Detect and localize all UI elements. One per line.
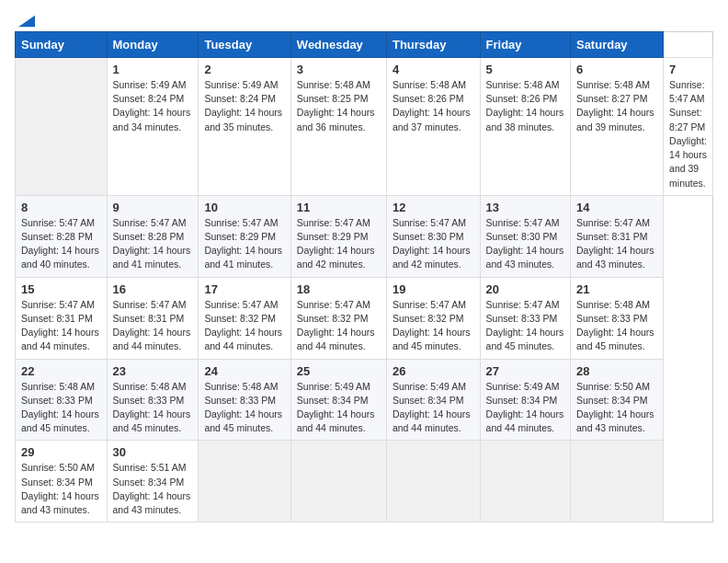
sunrise: Sunrise: 5:48 AM <box>486 79 560 90</box>
day-number: 3 <box>297 63 381 76</box>
sunrise: Sunrise: 5:47 AM <box>576 217 650 228</box>
cell-info: Sunrise: 5:47 AMSunset: 8:29 PMDaylight:… <box>297 216 381 272</box>
daylight: Daylight: 14 hours and 44 minutes. <box>204 327 282 351</box>
cell-info: Sunrise: 5:48 AMSunset: 8:33 PMDaylight:… <box>576 298 657 354</box>
daylight: Daylight: 14 hours and 43 minutes. <box>576 408 654 433</box>
calendar-cell: 16Sunrise: 5:47 AMSunset: 8:31 PMDayligh… <box>107 277 199 359</box>
calendar-cell: 2Sunrise: 5:49 AMSunset: 8:24 PMDaylight… <box>199 58 290 196</box>
calendar-cell: 29Sunrise: 5:50 AMSunset: 8:34 PMDayligh… <box>16 441 108 523</box>
daylight: Daylight: 14 hours and 45 minutes. <box>486 327 564 351</box>
calendar-cell: 12Sunrise: 5:47 AMSunset: 8:30 PMDayligh… <box>386 195 480 277</box>
svg-marker-0 <box>18 16 35 28</box>
cell-info: Sunrise: 5:47 AMSunset: 8:30 PMDaylight:… <box>486 216 564 272</box>
sunset: Sunset: 8:24 PM <box>204 93 276 104</box>
cell-info: Sunrise: 5:49 AMSunset: 8:34 PMDaylight:… <box>297 380 381 436</box>
sunrise: Sunrise: 5:47 AM <box>113 217 187 228</box>
calendar-header-wednesday: Wednesday <box>290 32 386 58</box>
day-number: 25 <box>297 364 381 378</box>
calendar-cell: 19Sunrise: 5:47 AMSunset: 8:32 PMDayligh… <box>386 277 480 359</box>
day-number: 10 <box>204 201 284 214</box>
daylight: Daylight: 14 hours and 43 minutes. <box>486 245 564 270</box>
logo <box>15 15 35 24</box>
day-number: 29 <box>21 445 101 459</box>
cell-info: Sunrise: 5:48 AMSunset: 8:27 PMDaylight:… <box>576 78 657 134</box>
cell-info: Sunrise: 5:48 AMSunset: 8:26 PMDaylight:… <box>486 78 564 134</box>
sunrise: Sunrise: 5:47 AM <box>669 79 705 104</box>
daylight: Daylight: 14 hours and 42 minutes. <box>297 245 375 270</box>
sunrise: Sunrise: 5:49 AM <box>204 79 278 90</box>
calendar-cell: 17Sunrise: 5:47 AMSunset: 8:32 PMDayligh… <box>199 277 290 359</box>
daylight: Daylight: 14 hours and 44 minutes. <box>392 408 471 433</box>
sunrise: Sunrise: 5:48 AM <box>576 299 650 310</box>
daylight: Daylight: 14 hours and 44 minutes. <box>21 327 99 351</box>
sunset: Sunset: 8:34 PM <box>576 395 648 406</box>
sunset: Sunset: 8:28 PM <box>21 231 93 242</box>
calendar-body: 1Sunrise: 5:49 AMSunset: 8:24 PMDaylight… <box>16 58 713 523</box>
calendar-cell: 1Sunrise: 5:49 AMSunset: 8:24 PMDaylight… <box>107 58 199 196</box>
day-number: 22 <box>21 364 101 378</box>
calendar-cell: 13Sunrise: 5:47 AMSunset: 8:30 PMDayligh… <box>480 195 570 277</box>
sunrise: Sunrise: 5:47 AM <box>392 217 466 228</box>
cell-info: Sunrise: 5:47 AMSunset: 8:31 PMDaylight:… <box>21 298 101 354</box>
sunset: Sunset: 8:31 PM <box>576 231 648 242</box>
day-number: 2 <box>204 63 284 76</box>
cell-info: Sunrise: 5:47 AMSunset: 8:33 PMDaylight:… <box>486 298 564 354</box>
calendar-cell <box>290 441 386 523</box>
cell-info: Sunrise: 5:48 AMSunset: 8:26 PMDaylight:… <box>392 78 474 134</box>
sunset: Sunset: 8:27 PM <box>576 93 648 104</box>
day-number: 28 <box>576 364 657 378</box>
cell-info: Sunrise: 5:47 AMSunset: 8:28 PMDaylight:… <box>21 216 101 272</box>
calendar-cell <box>199 441 290 523</box>
daylight: Daylight: 14 hours and 44 minutes. <box>297 327 375 351</box>
daylight: Daylight: 14 hours and 45 minutes. <box>392 327 471 351</box>
day-number: 7 <box>669 63 707 76</box>
calendar-cell: 9Sunrise: 5:47 AMSunset: 8:28 PMDaylight… <box>107 195 199 277</box>
sunset: Sunset: 8:34 PM <box>486 395 558 406</box>
daylight: Daylight: 14 hours and 38 minutes. <box>486 107 564 132</box>
sunset: Sunset: 8:27 PM <box>669 107 705 132</box>
sunrise: Sunrise: 5:49 AM <box>297 381 370 392</box>
sunset: Sunset: 8:34 PM <box>21 477 93 488</box>
calendar-cell: 23Sunrise: 5:48 AMSunset: 8:33 PMDayligh… <box>107 359 199 441</box>
calendar-week-row: 29Sunrise: 5:50 AMSunset: 8:34 PMDayligh… <box>16 441 713 523</box>
daylight: Daylight: 14 hours and 45 minutes. <box>576 327 654 351</box>
cell-info: Sunrise: 5:48 AMSunset: 8:33 PMDaylight:… <box>113 380 193 436</box>
daylight: Daylight: 14 hours and 45 minutes. <box>113 408 191 433</box>
day-number: 4 <box>392 63 474 76</box>
sunset: Sunset: 8:26 PM <box>392 93 464 104</box>
day-number: 5 <box>486 63 564 76</box>
calendar-cell: 24Sunrise: 5:48 AMSunset: 8:33 PMDayligh… <box>199 359 290 441</box>
sunset: Sunset: 8:28 PM <box>113 231 185 242</box>
cell-info: Sunrise: 5:47 AMSunset: 8:31 PMDaylight:… <box>576 216 657 272</box>
day-number: 18 <box>297 282 381 296</box>
sunrise: Sunrise: 5:49 AM <box>113 79 187 90</box>
calendar-cell: 26Sunrise: 5:49 AMSunset: 8:34 PMDayligh… <box>386 359 480 441</box>
daylight: Daylight: 14 hours and 40 minutes. <box>21 245 99 270</box>
sunrise: Sunrise: 5:50 AM <box>576 381 650 392</box>
day-number: 17 <box>204 282 284 296</box>
calendar-header-sunday: Sunday <box>16 32 108 58</box>
day-number: 30 <box>113 445 193 459</box>
calendar-header-friday: Friday <box>480 32 570 58</box>
daylight: Daylight: 14 hours and 44 minutes. <box>297 408 375 433</box>
day-number: 8 <box>21 201 101 214</box>
sunset: Sunset: 8:33 PM <box>486 313 558 324</box>
sunset: Sunset: 8:26 PM <box>486 93 558 104</box>
logo-icon <box>18 15 35 28</box>
calendar-cell <box>570 441 663 523</box>
calendar-cell: 7Sunrise: 5:47 AMSunset: 8:27 PMDaylight… <box>664 58 713 196</box>
calendar-header-row: SundayMondayTuesdayWednesdayThursdayFrid… <box>16 32 713 58</box>
calendar-cell: 3Sunrise: 5:48 AMSunset: 8:25 PMDaylight… <box>290 58 386 196</box>
day-number: 26 <box>392 364 474 378</box>
sunrise: Sunrise: 5:50 AM <box>21 462 95 473</box>
day-number: 9 <box>113 201 193 214</box>
cell-info: Sunrise: 5:47 AMSunset: 8:31 PMDaylight:… <box>113 298 193 354</box>
sunset: Sunset: 8:25 PM <box>297 93 369 104</box>
calendar-cell: 15Sunrise: 5:47 AMSunset: 8:31 PMDayligh… <box>16 277 108 359</box>
calendar-cell: 11Sunrise: 5:47 AMSunset: 8:29 PMDayligh… <box>290 195 386 277</box>
sunset: Sunset: 8:24 PM <box>113 93 185 104</box>
sunrise: Sunrise: 5:49 AM <box>392 381 466 392</box>
sunrise: Sunrise: 5:48 AM <box>204 381 278 392</box>
cell-info: Sunrise: 5:49 AMSunset: 8:34 PMDaylight:… <box>486 380 564 436</box>
sunrise: Sunrise: 5:47 AM <box>297 217 370 228</box>
